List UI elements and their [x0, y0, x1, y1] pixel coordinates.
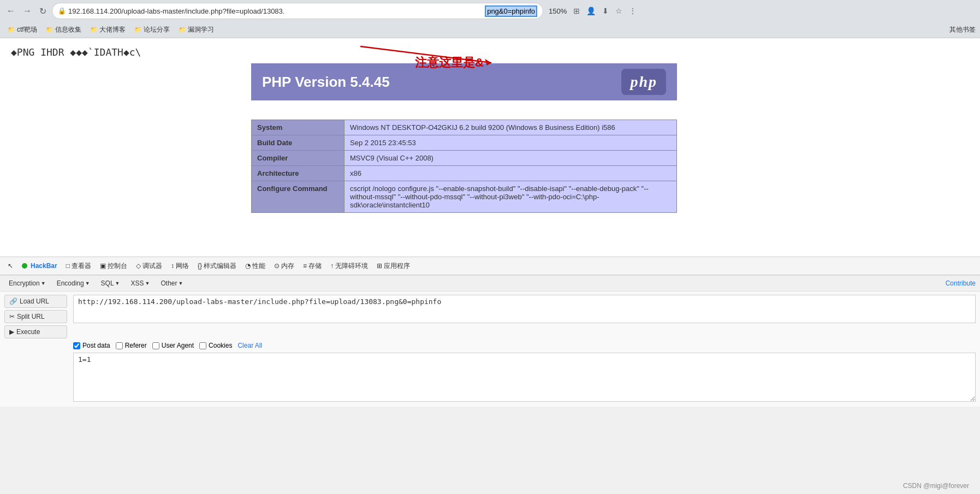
accessibility-icon: ↑	[330, 262, 334, 270]
cookies-checkbox-label[interactable]: Cookies	[199, 342, 232, 349]
devtool-memory[interactable]: ⊙ 内存	[270, 260, 299, 272]
table-cell-value: cscript /nologo configure.js "--enable-s…	[345, 181, 677, 213]
devtool-console[interactable]: ▣ 控制台	[96, 260, 132, 272]
menu-button[interactable]: ⋮	[627, 4, 639, 17]
devtool-hackbar[interactable]: HackBar	[17, 260, 62, 271]
hackbar-url-row: 🔗 Load URL ✂ Split URL ▶ Execute http://…	[4, 295, 976, 338]
storage-icon: ≡	[303, 262, 307, 270]
page-footer: CSDN @migi@forever	[903, 482, 969, 490]
hackbar-menu-xss[interactable]: XSS ▼	[127, 278, 155, 289]
load-url-icon: 🔗	[9, 297, 17, 305]
referer-checkbox[interactable]	[116, 342, 123, 349]
cookies-label: Cookies	[209, 342, 232, 349]
other-bookmarks-label: 其他书签	[949, 26, 976, 33]
useragent-label: User Agent	[162, 342, 194, 349]
devtool-pointer[interactable]: ↖	[3, 260, 17, 271]
execute-icon: ▶	[9, 328, 14, 336]
table-row: System Windows NT DESKTOP-O42GKIJ 6.2 bu…	[252, 120, 677, 135]
browser-toolbar: ← → ↻ 🔒 192.168.114.200/upload-labs-mast…	[0, 0, 980, 22]
devtool-network[interactable]: ↕ 网络	[167, 260, 193, 272]
profile-button[interactable]: 👤	[584, 4, 598, 17]
address-bar[interactable]: 🔒 192.168.114.200/upload-labs-master/inc…	[52, 3, 543, 19]
postdata-checkbox-label[interactable]: Post data	[73, 342, 110, 349]
hackbar-sidebar: 🔗 Load URL ✂ Split URL ▶ Execute	[4, 295, 70, 338]
hackbar-post-section: 1=1	[73, 353, 976, 403]
footer-text: CSDN @migi@forever	[903, 482, 969, 490]
encryption-arrow-icon: ▼	[41, 281, 46, 286]
table-cell-label: System	[252, 120, 345, 135]
bookmark-label: 信息收集	[55, 25, 81, 34]
back-button[interactable]: ←	[4, 4, 17, 18]
bookmark-blog[interactable]: 📁 大佬博客	[87, 24, 129, 35]
extensions-button[interactable]: ⊞	[571, 4, 582, 17]
zoom-level: 150%	[547, 7, 569, 15]
bookmark-forum[interactable]: 📁 论坛分享	[131, 24, 173, 35]
devtool-style-editor[interactable]: {} 样式编辑器	[193, 260, 241, 272]
devtool-performance[interactable]: ◔ 性能	[241, 260, 270, 272]
toolbar-actions: 150% ⊞ 👤 ⬇ ☆ ⋮	[547, 4, 639, 17]
table-row: Architecture x86	[252, 166, 677, 181]
hackbar-menubar: Encryption ▼ Encoding ▼ SQL ▼ XSS ▼ Othe…	[0, 276, 980, 291]
bookmark-ctf[interactable]: 📁 ctf靶场	[4, 24, 40, 35]
useragent-checkbox-label[interactable]: User Agent	[152, 342, 194, 349]
folder-icon: 📁	[134, 26, 142, 33]
devtool-application[interactable]: ⊞ 应用程序	[372, 260, 414, 272]
devtool-inspector[interactable]: □ 查看器	[62, 260, 96, 272]
devtool-inspector-label: 查看器	[72, 261, 91, 271]
devtools-toolbar: ↖ HackBar □ 查看器 ▣ 控制台 ◇ 调试器 ↕ 网络 {} 样式编辑…	[0, 257, 980, 275]
encryption-label: Encryption	[9, 279, 40, 287]
console-icon: ▣	[100, 262, 106, 270]
devtool-accessibility-label: 无障碍环境	[335, 261, 368, 271]
bookmark-info[interactable]: 📁 信息收集	[43, 24, 85, 35]
bookmark-vuln[interactable]: 📁 漏洞学习	[175, 24, 217, 35]
hackbar-post-input[interactable]: 1=1	[73, 353, 976, 402]
page-content: ◆PNG IHDR ◆◆◆`IDATH◆c\ 注意这里是& PHP Versio…	[0, 38, 980, 257]
devtool-style-label: 样式编辑器	[204, 261, 236, 271]
devtool-application-label: 应用程序	[384, 261, 410, 271]
hackbar-menu-encryption[interactable]: Encryption ▼	[4, 278, 50, 289]
phpinfo-table: System Windows NT DESKTOP-O42GKIJ 6.2 bu…	[251, 120, 677, 213]
hackbar-url-input[interactable]: http://192.168.114.200/upload-labs-maste…	[73, 295, 976, 323]
inspector-icon: □	[66, 262, 70, 270]
devtool-storage[interactable]: ≡ 存储	[299, 260, 326, 272]
php-header: PHP Version 5.4.45 php	[251, 63, 677, 100]
hackbar-menu-encoding[interactable]: Encoding ▼	[52, 278, 94, 289]
bookmarks-bar: 📁 ctf靶场 📁 信息收集 📁 大佬博客 📁 论坛分享 📁 漏洞学习 其他书签	[0, 22, 980, 38]
bookmark-button[interactable]: ☆	[613, 4, 625, 17]
referer-checkbox-label[interactable]: Referer	[116, 342, 147, 349]
postdata-checkbox[interactable]	[73, 342, 80, 349]
table-cell-value: Sep 2 2015 23:45:53	[345, 135, 677, 151]
execute-button[interactable]: ▶ Execute	[4, 325, 67, 338]
memory-icon: ⊙	[274, 262, 280, 270]
forward-button[interactable]: →	[21, 4, 34, 18]
other-bookmarks[interactable]: 其他书签	[949, 25, 976, 34]
xss-label: XSS	[131, 279, 144, 287]
hackbar-menu-sql[interactable]: SQL ▼	[97, 278, 124, 289]
folder-icon: 📁	[46, 26, 54, 33]
encoding-arrow-icon: ▼	[85, 281, 90, 286]
devtool-accessibility[interactable]: ↑ 无障碍环境	[326, 260, 372, 272]
bookmark-label: 大佬博客	[99, 25, 126, 34]
devtool-debugger-label: 调试器	[142, 261, 162, 271]
devtool-debugger[interactable]: ◇ 调试器	[132, 260, 167, 272]
encoding-label: Encoding	[57, 279, 84, 287]
devtool-memory-label: 内存	[281, 261, 294, 271]
hackbar-panel: Encryption ▼ Encoding ▼ SQL ▼ XSS ▼ Othe…	[0, 275, 980, 407]
clear-all-button[interactable]: Clear All	[237, 342, 262, 349]
table-row: Build Date Sep 2 2015 23:45:53	[252, 135, 677, 151]
table-row: Compiler MSVC9 (Visual C++ 2008)	[252, 151, 677, 166]
reload-button[interactable]: ↻	[37, 4, 49, 19]
sql-arrow-icon: ▼	[115, 281, 120, 286]
split-url-button[interactable]: ✂ Split URL	[4, 310, 67, 323]
pointer-icon: ↖	[8, 262, 13, 270]
split-url-icon: ✂	[9, 313, 15, 320]
php-info-section: PHP Version 5.4.45 php System Windows NT…	[251, 63, 969, 213]
cookies-checkbox[interactable]	[199, 342, 206, 349]
bookmark-label: ctf靶场	[17, 25, 37, 34]
table-row: Configure Command cscript /nologo config…	[252, 181, 677, 213]
download-button[interactable]: ⬇	[600, 4, 611, 17]
useragent-checkbox[interactable]	[152, 342, 159, 349]
load-url-button[interactable]: 🔗 Load URL	[4, 295, 67, 308]
hackbar-contribute[interactable]: Contribute	[946, 279, 976, 287]
hackbar-menu-other[interactable]: Other ▼	[156, 278, 187, 289]
